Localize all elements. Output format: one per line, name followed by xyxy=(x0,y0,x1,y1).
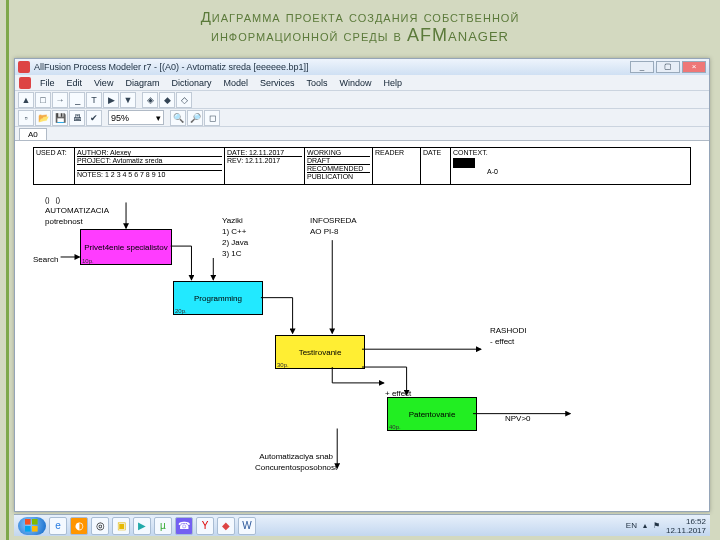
header-a0: A-0 xyxy=(453,168,498,175)
menu-model[interactable]: Model xyxy=(218,77,253,89)
svg-rect-3 xyxy=(32,526,38,532)
taskbar: e ◐ ◎ ▣ ▶ µ ☎ Y ◆ W EN ▴ ⚑ 16:52 12.11.2… xyxy=(14,514,710,536)
tool-obj3[interactable]: ◇ xyxy=(176,92,192,108)
task-yandex[interactable]: Y xyxy=(196,517,214,535)
task-media[interactable]: ▶ xyxy=(133,517,151,535)
svg-rect-2 xyxy=(25,526,31,532)
header-working: WORKING xyxy=(307,149,370,156)
minimize-button[interactable]: _ xyxy=(630,61,654,73)
zoom-combo[interactable]: 95%▾ xyxy=(108,110,164,125)
header-date-col: DATE xyxy=(420,148,450,184)
toolbar-1: ▲ □ → ⎯ T ▶ ▼ ◈ ◆ ◇ xyxy=(15,91,709,109)
arrows-layer xyxy=(15,141,709,498)
diagram-canvas[interactable]: USED AT: AUTHOR: Alexey PROJECT: Avtomat… xyxy=(15,141,709,511)
label-npv: NPV>0 xyxy=(505,414,531,423)
label-bottom: Automatizaciya snab Concurentosposobnost xyxy=(255,451,337,473)
tool-decompose[interactable]: ▼ xyxy=(120,92,136,108)
tool-text[interactable]: T xyxy=(86,92,102,108)
app-menu-icon[interactable] xyxy=(19,77,31,89)
header-recommended: RECOMMENDED xyxy=(307,164,370,172)
tool-arrow[interactable]: → xyxy=(52,92,68,108)
activity-4[interactable]: Patentovanie40р. xyxy=(387,397,477,431)
activity-3[interactable]: Testirovanie30р. xyxy=(275,335,365,369)
tray-time[interactable]: 16:52 xyxy=(666,517,706,526)
tool-pointer[interactable]: ▲ xyxy=(18,92,34,108)
zoom-out-button[interactable]: 🔎 xyxy=(187,110,203,126)
tray-lang[interactable]: EN xyxy=(626,521,637,530)
header-author: AUTHOR: Alexey xyxy=(77,149,222,156)
tool-obj2[interactable]: ◆ xyxy=(159,92,175,108)
menu-tools[interactable]: Tools xyxy=(301,77,332,89)
print-button[interactable]: 🖶 xyxy=(69,110,85,126)
menu-window[interactable]: Window xyxy=(334,77,376,89)
label-rashodi: RASHODI - effect xyxy=(490,325,526,347)
zoom-in-button[interactable]: 🔍 xyxy=(170,110,186,126)
slide-accent xyxy=(6,0,9,540)
header-rev: REV: 12.11.2017 xyxy=(227,156,302,164)
header-publication: PUBLICATION xyxy=(307,172,370,180)
header-date: DATE: 12.11.2017 xyxy=(227,149,302,156)
task-viber[interactable]: ☎ xyxy=(175,517,193,535)
tab-a0[interactable]: A0 xyxy=(19,128,47,140)
menubar: File Edit View Diagram Dictionary Model … xyxy=(15,75,709,91)
menu-help[interactable]: Help xyxy=(378,77,407,89)
activity-2[interactable]: Programming20р. xyxy=(173,281,263,315)
start-button[interactable] xyxy=(18,517,46,535)
app-icon xyxy=(18,61,30,73)
task-afpm[interactable]: ◆ xyxy=(217,517,235,535)
tunnel-marks-top: () () xyxy=(45,196,60,203)
header-used-at: USED AT: xyxy=(34,148,74,184)
open-button[interactable]: 📂 xyxy=(35,110,51,126)
header-reader: READER xyxy=(372,148,420,184)
system-tray: EN ▴ ⚑ 16:52 12.11.2017 xyxy=(626,517,706,535)
tool-tunnel[interactable]: ▶ xyxy=(103,92,119,108)
tool-activity[interactable]: □ xyxy=(35,92,51,108)
app-window: AllFusion Process Modeler r7 - [(A0) - A… xyxy=(14,58,710,512)
context-mark xyxy=(453,158,475,168)
task-word[interactable]: W xyxy=(238,517,256,535)
menu-edit[interactable]: Edit xyxy=(62,77,88,89)
task-explorer[interactable]: ▣ xyxy=(112,517,130,535)
menu-view[interactable]: View xyxy=(89,77,118,89)
menu-services[interactable]: Services xyxy=(255,77,300,89)
titlebar: AllFusion Process Modeler r7 - [(A0) - A… xyxy=(15,59,709,75)
svg-rect-0 xyxy=(25,519,31,525)
fit-button[interactable]: ◻ xyxy=(204,110,220,126)
tool-link[interactable]: ⎯ xyxy=(69,92,85,108)
task-ie[interactable]: e xyxy=(49,517,67,535)
activity-1[interactable]: Privet4enie specialistov10р. xyxy=(80,229,172,265)
label-yaziki: Yaziki 1) C++ 2) Java 3) 1C xyxy=(222,215,248,259)
header-notes: NOTES: 1 2 3 4 5 6 7 8 9 10 xyxy=(77,170,222,178)
task-firefox[interactable]: ◐ xyxy=(70,517,88,535)
close-button[interactable]: × xyxy=(682,61,706,73)
label-infosreda: INFOSREDA AO PI-8 xyxy=(310,215,357,237)
maximize-button[interactable]: ▢ xyxy=(656,61,680,73)
header-draft: DRAFT xyxy=(307,156,370,164)
tray-up-icon[interactable]: ▴ xyxy=(643,521,647,530)
svg-rect-1 xyxy=(32,519,38,525)
header-context: CONTEXT. xyxy=(453,149,498,156)
label-search: Search xyxy=(33,255,58,264)
menu-dictionary[interactable]: Dictionary xyxy=(166,77,216,89)
tray-date[interactable]: 12.11.2017 xyxy=(666,526,706,535)
idef-header: USED AT: AUTHOR: Alexey PROJECT: Avtomat… xyxy=(33,147,691,185)
task-chrome[interactable]: ◎ xyxy=(91,517,109,535)
label-automatizacia: AUTOMATIZACIA xyxy=(45,206,109,215)
slide-title: Диаграмма проекта создания собственной и… xyxy=(0,0,720,50)
check-button[interactable]: ✔ xyxy=(86,110,102,126)
tray-flag-icon[interactable]: ⚑ xyxy=(653,521,660,530)
task-utorrent[interactable]: µ xyxy=(154,517,172,535)
slide-title-line1: Диаграмма проекта создания собственной xyxy=(20,8,700,25)
slide-title-line2: информационной среды в AFManager xyxy=(20,25,700,46)
header-project: PROJECT: Avtomatiz sreda xyxy=(77,156,222,164)
toolbar-2: ▫ 📂 💾 🖶 ✔ 95%▾ 🔍 🔎 ◻ xyxy=(15,109,709,127)
new-button[interactable]: ▫ xyxy=(18,110,34,126)
label-potrebnost: potrebnost xyxy=(45,217,83,226)
tabbar: A0 xyxy=(15,127,709,141)
tool-obj1[interactable]: ◈ xyxy=(142,92,158,108)
save-button[interactable]: 💾 xyxy=(52,110,68,126)
menu-file[interactable]: File xyxy=(35,77,60,89)
menu-diagram[interactable]: Diagram xyxy=(120,77,164,89)
window-title: AllFusion Process Modeler r7 - [(A0) - A… xyxy=(34,62,630,72)
